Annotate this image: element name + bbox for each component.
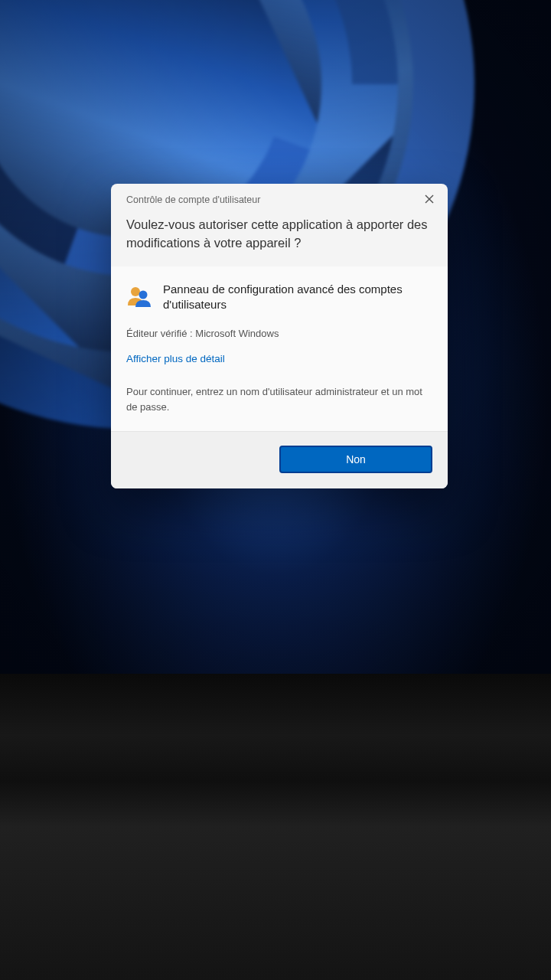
close-button[interactable]	[422, 191, 437, 207]
verified-publisher: Éditeur vérifié : Microsoft Windows	[111, 323, 448, 350]
desktop-screen: Contrôle de compte d'utilisateur Voulez-…	[0, 0, 551, 674]
app-info-row: Panneau de configuration avancé des comp…	[111, 266, 448, 324]
show-more-details-link[interactable]: Afficher plus de détail	[111, 350, 448, 378]
laptop-bezel	[0, 674, 551, 980]
svg-point-2	[131, 287, 140, 296]
svg-point-3	[139, 291, 148, 299]
dialog-footer: Non	[111, 431, 448, 488]
dialog-body: Panneau de configuration avancé des comp…	[111, 266, 448, 432]
uac-dialog: Contrôle de compte d'utilisateur Voulez-…	[111, 184, 448, 488]
dialog-header: Contrôle de compte d'utilisateur	[111, 184, 448, 205]
no-button[interactable]: Non	[279, 446, 432, 473]
close-icon	[425, 194, 434, 204]
credential-prompt-text: Pour continuer, entrez un nom d'utilisat…	[111, 378, 448, 431]
dialog-question: Voulez-vous autoriser cette application …	[111, 205, 448, 266]
dialog-title: Contrôle de compte d'utilisateur	[126, 194, 432, 205]
user-accounts-icon	[126, 284, 152, 310]
app-name: Panneau de configuration avancé des comp…	[163, 282, 432, 313]
